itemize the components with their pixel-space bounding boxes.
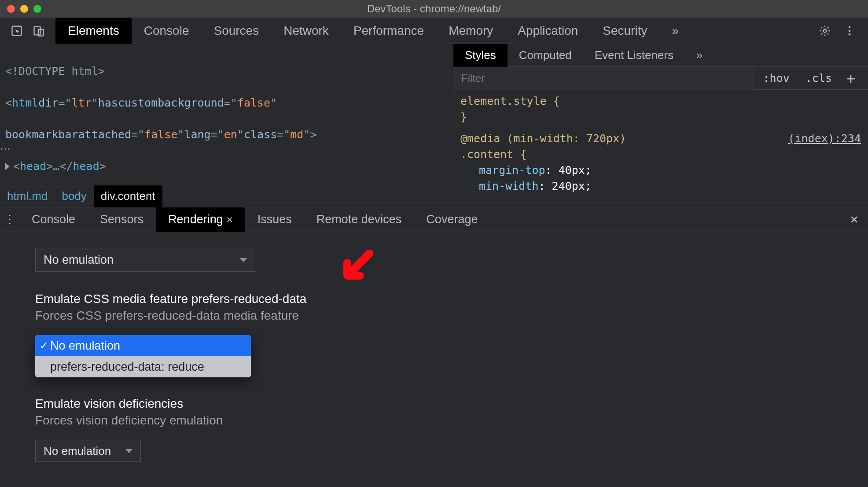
window-title: DevTools - chrome://newtab/ (367, 3, 501, 15)
feature-description: Forces CSS prefers-reduced-data media fe… (35, 309, 868, 323)
drawer-kebab-icon[interactable]: ⋮ (0, 213, 19, 226)
option-no-emulation[interactable]: ✓ No emulation (35, 335, 251, 356)
hov-toggle[interactable]: :hov (755, 72, 798, 85)
crumb-selected[interactable]: div.content (94, 185, 162, 207)
gear-icon[interactable] (819, 25, 831, 37)
rendering-panel: No emulation Emulate CSS media feature p… (0, 232, 868, 462)
select-value: No emulation (44, 253, 114, 267)
svg-point-3 (824, 29, 827, 32)
source-link[interactable]: (index):234 (788, 131, 861, 147)
css-selector[interactable]: element.style { (460, 95, 560, 107)
devtools-toolbar: Elements Console Sources Network Perform… (0, 18, 868, 44)
drawer-tab-remotedevices[interactable]: Remote devices (304, 207, 414, 232)
option-prefers-reduced-data-reduce[interactable]: prefers-reduced-data: reduce (35, 356, 251, 377)
inspect-icon[interactable] (11, 25, 23, 37)
annotation-arrow-icon (335, 248, 375, 290)
crumb-body[interactable]: body (55, 185, 93, 207)
vision-description: Forces vision deficiency emulation (35, 413, 868, 428)
window-titlebar: DevTools - chrome://newtab/ (0, 0, 868, 18)
css-value[interactable]: 40px (559, 164, 585, 177)
styles-tab-styles[interactable]: Styles (453, 44, 508, 67)
new-style-rule-icon[interactable]: ＋ (840, 68, 868, 89)
drawer-tab-coverage[interactable]: Coverage (414, 207, 490, 232)
devtools-tabs: Elements Console Sources Network Perform… (55, 18, 691, 44)
expand-icon[interactable] (5, 163, 10, 170)
dom-tree[interactable]: ⋯ <!DOCTYPE html> <html dir="ltr" hascus… (0, 44, 453, 185)
vision-deficiency-select[interactable]: No emulation (35, 440, 141, 462)
kebab-menu-icon[interactable] (843, 25, 856, 37)
drawer-close-icon[interactable]: × (840, 211, 868, 228)
styles-filter-input[interactable] (453, 67, 755, 90)
check-icon: ✓ (40, 339, 48, 352)
emulate-media-type-select[interactable]: No emulation (35, 248, 255, 272)
tab-network[interactable]: Network (271, 18, 341, 44)
css-selector[interactable]: .content { (460, 148, 527, 161)
close-icon[interactable]: × (227, 214, 233, 226)
drawer-tab-sensors[interactable]: Sensors (88, 207, 156, 232)
svg-point-5 (849, 30, 851, 32)
tab-console[interactable]: Console (132, 18, 202, 44)
vision-title: Emulate vision deficiencies (35, 397, 868, 411)
styles-tabs-more[interactable]: » (685, 44, 714, 67)
svg-point-6 (849, 33, 851, 35)
zoom-window[interactable] (33, 5, 41, 13)
chevron-down-icon (240, 258, 247, 262)
traffic-lights (0, 5, 41, 13)
tab-memory[interactable]: Memory (436, 18, 505, 44)
tab-security[interactable]: Security (590, 18, 659, 44)
css-prop[interactable]: min-width (479, 180, 538, 192)
css-value[interactable]: 240px (552, 180, 585, 192)
css-prop[interactable]: margin-top (479, 164, 545, 177)
styles-tab-eventlisteners[interactable]: Event Listeners (583, 44, 685, 67)
drawer-tab-issues[interactable]: Issues (245, 207, 304, 232)
css-media: @media (min-width: 720px) (460, 132, 626, 145)
tabs-more[interactable]: » (659, 18, 691, 44)
select-value: No emulation (44, 444, 111, 458)
prefers-reduced-data-dropdown[interactable]: ✓ No emulation prefers-reduced-data: red… (35, 335, 251, 377)
chevron-down-icon (125, 449, 132, 453)
styles-tab-computed[interactable]: Computed (508, 44, 583, 67)
tab-performance[interactable]: Performance (341, 18, 436, 44)
drawer-tab-console[interactable]: Console (19, 207, 88, 232)
tab-sources[interactable]: Sources (201, 18, 271, 44)
device-toggle-icon[interactable] (33, 25, 45, 37)
css-brace: } (460, 111, 467, 123)
feature-title: Emulate CSS media feature prefers-reduce… (35, 292, 868, 306)
svg-point-4 (849, 26, 851, 28)
drawer-tab-rendering[interactable]: Rendering× (156, 207, 245, 232)
styles-panel: Styles Computed Event Listeners » :hov .… (453, 44, 868, 185)
overflow-dots-icon: ⋯ (0, 143, 11, 155)
crumb-html[interactable]: html.md (0, 185, 55, 207)
tab-elements[interactable]: Elements (55, 18, 132, 44)
svg-rect-1 (34, 26, 40, 35)
tab-application[interactable]: Application (505, 18, 590, 44)
minimize-window[interactable] (20, 5, 28, 13)
close-window[interactable] (7, 5, 15, 13)
cls-toggle[interactable]: .cls (798, 72, 840, 85)
